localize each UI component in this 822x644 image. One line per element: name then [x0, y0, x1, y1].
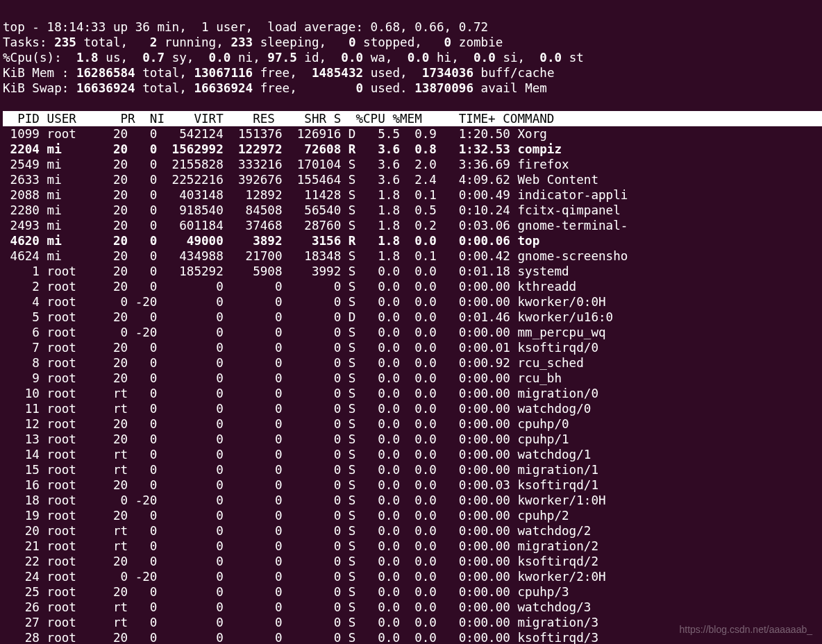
process-row: 2088 mi 20 0 403148 12892 11428 S 1.8 0.… [3, 187, 822, 203]
process-row: 2633 mi 20 0 2252216 392676 155464 S 3.6… [3, 172, 822, 187]
process-row: 1099 root 20 0 542124 151376 126916 D 5.… [3, 126, 822, 142]
process-row: 25 root 20 0 0 0 0 S 0.0 0.0 0:00.00 cpu… [3, 584, 822, 600]
process-row: 9 root 20 0 0 0 0 S 0.0 0.0 0:00.00 rcu_… [3, 371, 822, 386]
process-row: 6 root 0 -20 0 0 0 S 0.0 0.0 0:00.00 mm_… [3, 325, 822, 340]
process-row: 2493 mi 20 0 601184 37468 28760 S 1.8 0.… [3, 218, 822, 233]
terminal-output[interactable]: top - 18:14:33 up 36 min, 1 user, load a… [0, 0, 822, 644]
process-row: 2204 mi 20 0 1562992 122972 72608 R 3.6 … [3, 142, 822, 157]
process-row: 20 root rt 0 0 0 0 S 0.0 0.0 0:00.00 wat… [3, 523, 822, 539]
process-row: 8 root 20 0 0 0 0 S 0.0 0.0 0:00.92 rcu_… [3, 355, 822, 371]
top-summary-line-4: KiB Mem : 16286584 total, 13067116 free,… [3, 66, 555, 80]
process-row: 12 root 20 0 0 0 0 S 0.0 0.0 0:00.00 cpu… [3, 416, 822, 432]
process-row: 19 root 20 0 0 0 0 S 0.0 0.0 0:00.00 cpu… [3, 508, 822, 523]
process-row: 4624 mi 20 0 434988 21700 18348 S 1.8 0.… [3, 248, 822, 264]
top-summary-line-1: top - 18:14:33 up 36 min, 1 user, load a… [3, 20, 488, 34]
process-row: 26 root rt 0 0 0 0 S 0.0 0.0 0:00.00 wat… [3, 600, 822, 615]
process-row: 2280 mi 20 0 918540 84508 56540 S 1.8 0.… [3, 203, 822, 218]
process-row: 18 root 0 -20 0 0 0 S 0.0 0.0 0:00.00 kw… [3, 493, 822, 508]
top-summary-line-5: KiB Swap: 16636924 total, 16636924 free,… [3, 81, 547, 95]
process-row: 4620 mi 20 0 49000 3892 3156 R 1.8 0.0 0… [3, 233, 822, 248]
process-row: 7 root 20 0 0 0 0 S 0.0 0.0 0:00.01 ksof… [3, 340, 822, 355]
process-row: 21 root rt 0 0 0 0 S 0.0 0.0 0:00.00 mig… [3, 539, 822, 554]
process-row: 5 root 20 0 0 0 0 D 0.0 0.0 0:01.46 kwor… [3, 310, 822, 325]
process-row: 2 root 20 0 0 0 0 S 0.0 0.0 0:00.00 kthr… [3, 279, 822, 294]
top-summary-line-3: %Cpu(s): 1.8 us, 0.7 sy, 0.0 ni, 97.5 id… [3, 51, 584, 65]
watermark: https://blog.csdn.net/aaaaaab_ [680, 622, 812, 637]
process-row: 1 root 20 0 185292 5908 3992 S 0.0 0.0 0… [3, 264, 822, 279]
process-row: 4 root 0 -20 0 0 0 S 0.0 0.0 0:00.00 kwo… [3, 294, 822, 310]
process-row: 24 root 0 -20 0 0 0 S 0.0 0.0 0:00.00 kw… [3, 569, 822, 584]
process-row: 16 root 20 0 0 0 0 S 0.0 0.0 0:00.03 kso… [3, 477, 822, 493]
top-summary-line-2: Tasks: 235 total, 2 running, 233 sleepin… [3, 35, 503, 49]
process-table-body: 1099 root 20 0 542124 151376 126916 D 5.… [3, 126, 822, 644]
process-row: 13 root 20 0 0 0 0 S 0.0 0.0 0:00.00 cpu… [3, 432, 822, 447]
process-row: 22 root 20 0 0 0 0 S 0.0 0.0 0:00.00 kso… [3, 554, 822, 569]
process-row: 11 root rt 0 0 0 0 S 0.0 0.0 0:00.00 wat… [3, 401, 822, 416]
process-row: 2549 mi 20 0 2155828 333216 170104 S 3.6… [3, 157, 822, 172]
process-row: 14 root rt 0 0 0 0 S 0.0 0.0 0:00.00 wat… [3, 447, 822, 462]
process-row: 15 root rt 0 0 0 0 S 0.0 0.0 0:00.00 mig… [3, 462, 822, 477]
process-row: 10 root rt 0 0 0 0 S 0.0 0.0 0:00.00 mig… [3, 386, 822, 401]
process-table-header: PID USER PR NI VIRT RES SHR S %CPU %MEM … [3, 111, 822, 126]
